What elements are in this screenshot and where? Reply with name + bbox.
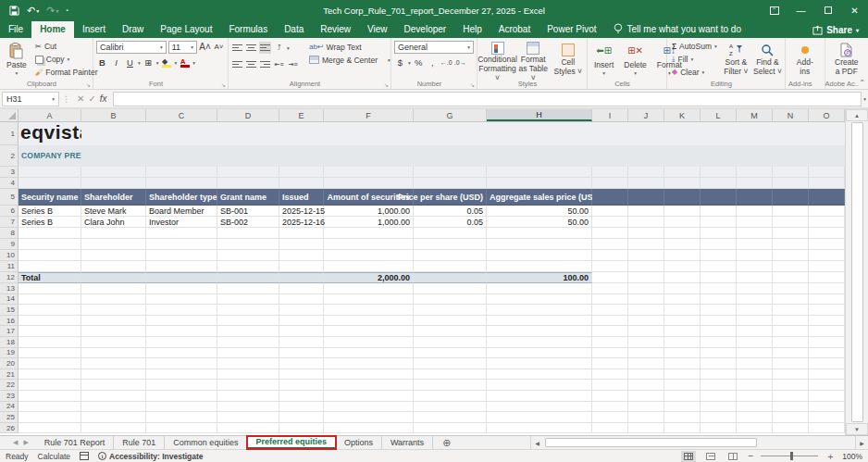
- cell-B3[interactable]: [81, 167, 146, 178]
- cell-C2[interactable]: [146, 145, 217, 167]
- sheet-tab-options[interactable]: Options: [336, 436, 382, 449]
- cell-E20[interactable]: [279, 358, 324, 369]
- cell-D16[interactable]: [217, 316, 279, 327]
- cell-B2[interactable]: [81, 145, 146, 167]
- row-header-8[interactable]: 8: [0, 228, 19, 239]
- cell-O25[interactable]: [809, 412, 845, 423]
- conditional-formatting-button[interactable]: Conditional Formatting ˅: [480, 41, 515, 78]
- autosum-button[interactable]: ΣAutoSum ▾: [670, 41, 719, 53]
- cell-A23[interactable]: [19, 391, 81, 402]
- cell-G25[interactable]: [414, 412, 487, 423]
- column-header-h[interactable]: H: [487, 109, 592, 121]
- column-header-e[interactable]: E: [279, 109, 324, 121]
- sheet-tab-rule-701-report[interactable]: Rule 701 Report: [36, 436, 115, 449]
- cell-J7[interactable]: [628, 217, 664, 228]
- cell-F13[interactable]: [324, 283, 414, 294]
- cell-O20[interactable]: [809, 358, 845, 369]
- row-header-21[interactable]: 21: [0, 369, 19, 381]
- cell-J14[interactable]: [628, 294, 664, 306]
- sheet-tab-preferred-equities[interactable]: Preferred equities: [247, 436, 336, 449]
- cell-L23[interactable]: [701, 391, 737, 402]
- cell-H11[interactable]: [487, 261, 592, 272]
- cell-D21[interactable]: [217, 369, 279, 381]
- cell-J17[interactable]: [628, 326, 664, 337]
- cell-D15[interactable]: [217, 305, 279, 316]
- cell-I19[interactable]: [592, 348, 628, 359]
- tab-scroll-left-icon[interactable]: ◀: [13, 439, 18, 446]
- zoom-out-icon[interactable]: −: [748, 451, 753, 461]
- cell-B21[interactable]: [81, 369, 146, 381]
- cell-O12[interactable]: [809, 272, 845, 283]
- cell-F4[interactable]: [324, 178, 414, 189]
- cell-E1[interactable]: [279, 122, 324, 145]
- column-header-o[interactable]: O: [809, 109, 845, 121]
- fill-button[interactable]: ⤓Fill ▾: [670, 54, 719, 66]
- cell-F18[interactable]: [324, 337, 414, 348]
- cell-B6[interactable]: Steve Mark: [81, 206, 146, 217]
- column-header-l[interactable]: L: [701, 109, 737, 121]
- sheet-tab-rule-701[interactable]: Rule 701: [114, 436, 165, 449]
- ribbon-tab-home[interactable]: Home: [31, 21, 74, 38]
- row-header-14[interactable]: 14: [0, 294, 19, 306]
- cell-D3[interactable]: [217, 167, 279, 178]
- cell-M12[interactable]: [737, 272, 773, 283]
- cell-H25[interactable]: [487, 412, 592, 423]
- cell-G2[interactable]: [414, 145, 487, 167]
- cell-G5[interactable]: Price per share (USD): [414, 189, 487, 206]
- cell-M8[interactable]: [737, 228, 773, 239]
- cell-H13[interactable]: [487, 283, 592, 294]
- cell-E17[interactable]: [279, 326, 324, 337]
- cell-E14[interactable]: [279, 294, 324, 306]
- cell-K14[interactable]: [664, 294, 701, 306]
- cell-E5[interactable]: Issued: [279, 189, 324, 206]
- cell-D5[interactable]: Grant name: [217, 189, 279, 206]
- cell-C4[interactable]: [146, 178, 217, 189]
- cell-F9[interactable]: [324, 239, 414, 250]
- cell-J20[interactable]: [628, 358, 664, 369]
- cell-O21[interactable]: [809, 369, 845, 381]
- cell-I14[interactable]: [592, 294, 628, 306]
- cell-F19[interactable]: [324, 348, 414, 359]
- ribbon-tab-draw[interactable]: Draw: [114, 21, 152, 38]
- cell-G18[interactable]: [414, 337, 487, 348]
- cell-L25[interactable]: [701, 412, 737, 423]
- cell-I18[interactable]: [592, 337, 628, 348]
- cell-O22[interactable]: [809, 380, 845, 391]
- cell-L4[interactable]: [701, 178, 737, 189]
- cell-C17[interactable]: [146, 326, 217, 337]
- cell-C14[interactable]: [146, 294, 217, 306]
- cell-L17[interactable]: [701, 326, 737, 337]
- row-header-11[interactable]: 11: [0, 261, 19, 272]
- font-size-combo[interactable]: 11▾: [168, 41, 197, 54]
- cell-H9[interactable]: [487, 239, 592, 250]
- decrease-decimal-icon[interactable]: .0→: [454, 56, 466, 69]
- cell-E18[interactable]: [279, 337, 324, 348]
- row-header-22[interactable]: 22: [0, 380, 19, 391]
- clipboard-dialog-launcher-icon[interactable]: ↘: [86, 81, 91, 88]
- cell-G13[interactable]: [414, 283, 487, 294]
- cell-M24[interactable]: [737, 402, 773, 413]
- cell-B4[interactable]: [81, 178, 146, 189]
- decrease-font-icon[interactable]: A˅: [213, 41, 225, 53]
- percent-icon[interactable]: %: [413, 56, 425, 69]
- cell-B24[interactable]: [81, 402, 146, 413]
- align-middle-icon[interactable]: [245, 42, 257, 54]
- cell-F11[interactable]: [324, 261, 414, 272]
- zoom-slider[interactable]: [761, 456, 818, 456]
- cell-C22[interactable]: [146, 380, 217, 391]
- horizontal-scrollbar[interactable]: ◀ ▶: [530, 436, 868, 449]
- vertical-scrollbar[interactable]: ▲ ▼: [845, 109, 868, 435]
- cell-C5[interactable]: Shareholder type: [146, 189, 217, 206]
- cell-F1[interactable]: [324, 122, 414, 145]
- cell-N12[interactable]: [773, 272, 809, 283]
- cell-D13[interactable]: [217, 283, 279, 294]
- cell-K24[interactable]: [664, 402, 701, 413]
- cell-J12[interactable]: [628, 272, 664, 283]
- cell-F20[interactable]: [324, 358, 414, 369]
- cell-O16[interactable]: [809, 316, 845, 327]
- cell-D1[interactable]: [217, 122, 279, 145]
- increase-font-icon[interactable]: A˄: [199, 41, 211, 53]
- cell-E10[interactable]: [279, 250, 324, 261]
- cell-E6[interactable]: 2025-12-15: [279, 206, 324, 217]
- cell-H4[interactable]: [487, 178, 592, 189]
